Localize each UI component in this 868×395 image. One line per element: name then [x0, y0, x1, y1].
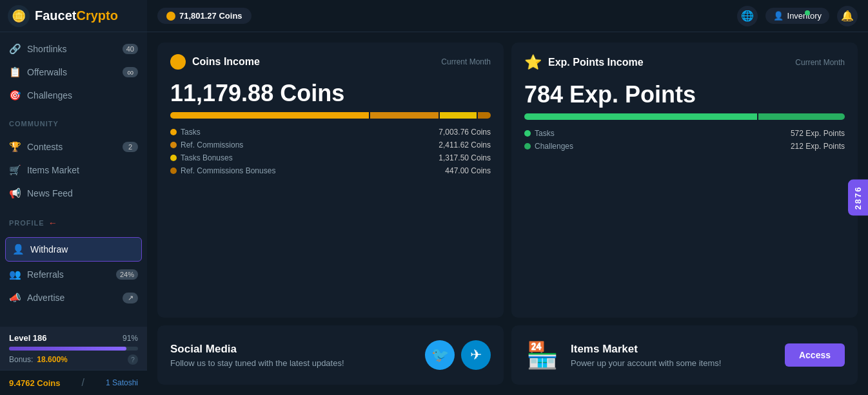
bar-segment-tasks-bonuses [440, 112, 477, 119]
exp-tasks-value: 572 Exp. Points [791, 129, 845, 138]
income-item-ref-bonuses: Ref. Commissions Bonuses [170, 166, 331, 175]
market-description: Power up your account with some items! [571, 358, 721, 368]
arrow-icon: ← [48, 218, 58, 228]
contests-icon: 🏆 [9, 141, 21, 153]
coins-separator: / [82, 377, 84, 389]
telegram-icon: ✈ [470, 347, 482, 363]
items-market-card: 🏪 Items Market Power up your account wit… [511, 325, 858, 385]
coins-income-bars [170, 112, 491, 119]
income-item-ref-commissions: Ref. Commissions [170, 140, 331, 149]
sidebar-item-advertise[interactable]: 📣 Advertise ↗ [0, 286, 147, 309]
profile-section-label: PROFILE ← [0, 210, 147, 231]
shortlinks-badge: 40 [123, 44, 138, 54]
chat-bubble-text: 2876 [853, 186, 863, 209]
sidebar-item-label: News Feed [27, 188, 138, 198]
advertise-badge: ↗ [123, 293, 138, 303]
coins-income-card: Coins Income Current Month 11,179.88 Coi… [157, 43, 504, 318]
access-button[interactable]: Access [785, 343, 845, 367]
advertise-icon: 📣 [9, 292, 21, 303]
sidebar: 🪙 FaucetCrypto 🔗 Shortlinks 40 📋 Offerwa… [0, 0, 147, 395]
contests-badge: 2 [123, 142, 138, 152]
bonus-value: 18.600% [37, 355, 67, 364]
sidebar-item-label: Contests [27, 142, 116, 152]
shortlinks-icon: 🔗 [9, 43, 21, 55]
sidebar-item-shortlinks[interactable]: 🔗 Shortlinks 40 [0, 37, 147, 61]
sidebar-item-label: Shortlinks [27, 44, 116, 54]
inventory-button[interactable]: 👤 Inventory [765, 8, 829, 24]
social-media-card: Social Media Follow us to stay tuned wit… [157, 325, 504, 385]
coin-balance[interactable]: 71,801.27 Coins [157, 8, 252, 24]
exp-challenges-label: Challenges [535, 142, 573, 151]
telegram-button[interactable]: ✈ [461, 340, 491, 370]
exp-income-bars [524, 113, 845, 120]
exp-challenges-value: 212 Exp. Points [791, 142, 845, 151]
social-media-description: Follow us to stay tuned with the latest … [170, 358, 344, 368]
content-grid: Coins Income Current Month 11,179.88 Coi… [147, 32, 868, 395]
social-icons: 🐦 ✈ [425, 340, 491, 370]
level-progress-fill [9, 347, 126, 351]
sidebar-item-label: Referrals [27, 269, 110, 280]
twitter-icon: 🐦 [431, 347, 449, 363]
market-title: Items Market [571, 343, 721, 356]
sidebar-item-contests[interactable]: 🏆 Contests 2 [0, 135, 147, 159]
exp-income-period: Current Month [795, 58, 845, 67]
logo[interactable]: 🪙 FaucetCrypto [0, 0, 147, 32]
profile-nav: 👤 Withdraw 👥 Referrals 24% 📣 Advertise ↗ [0, 231, 147, 314]
topbar-left: 71,801.27 Coins [157, 8, 252, 24]
referrals-icon: 👥 [9, 269, 21, 280]
sidebar-item-referrals[interactable]: 👥 Referrals 24% [0, 263, 147, 286]
exp-income-header: ⭐ Exp. Points Income Current Month [524, 54, 845, 71]
coins-bottom: 9.4762 Coins / 1 Satoshi [0, 370, 147, 395]
chat-bubble[interactable]: 2876 [848, 179, 868, 216]
inventory-icon: 👤 [773, 11, 784, 21]
community-nav: 🏆 Contests 2 🛒 Items Market 📢 News Feed [0, 130, 147, 210]
exp-challenges-dot [524, 143, 531, 149]
sidebar-item-label: Withdraw [30, 244, 135, 255]
ref-bonuses-value: 447.00 Coins [445, 166, 491, 175]
logo-icon: 🪙 [8, 5, 30, 27]
bar-segment-exp-challenges [758, 113, 845, 120]
sidebar-item-items-market[interactable]: 🛒 Items Market [0, 159, 147, 182]
coins-amount: 9.4762 Coins [9, 378, 61, 388]
items-market-icon: 🛒 [9, 164, 21, 176]
sidebar-item-challenges[interactable]: 🎯 Challenges [0, 84, 147, 107]
globe-icon-btn[interactable]: 🌐 [737, 6, 758, 26]
ref-commissions-value: 2,411.62 Coins [439, 140, 491, 149]
referrals-badge: 24% [116, 269, 138, 280]
bar-segment-tasks [170, 112, 369, 119]
sidebar-item-label: Offerwalls [27, 67, 116, 77]
offerwalls-icon: 📋 [9, 66, 21, 78]
exp-income-amount: 784 Exp. Points [524, 81, 845, 108]
level-row: Level 186 91% [9, 333, 138, 343]
sidebar-item-news-feed[interactable]: 📢 News Feed [0, 182, 147, 205]
exp-tasks-label: Tasks [535, 129, 555, 138]
exp-income-card: ⭐ Exp. Points Income Current Month 784 E… [511, 43, 858, 318]
offerwalls-badge: ∞ [123, 67, 138, 77]
coins-income-title: Coins Income [192, 56, 260, 68]
topbar: 71,801.27 Coins 🌐 👤 Inventory 🔔 [147, 0, 868, 32]
twitter-button[interactable]: 🐦 [425, 340, 455, 370]
main-content: 71,801.27 Coins 🌐 👤 Inventory 🔔 Coins In… [147, 0, 868, 395]
coins-income-items: Tasks 7,003.76 Coins Ref. Commissions 2,… [170, 128, 491, 175]
coins-income-header: Coins Income Current Month [170, 54, 491, 70]
bonus-info-icon[interactable]: ? [128, 354, 138, 365]
ref-commissions-label: Ref. Commissions [181, 140, 243, 149]
ref-bonuses-dot [170, 168, 177, 174]
exp-income-title: Exp. Points Income [548, 57, 644, 68]
withdraw-icon: 👤 [12, 244, 24, 255]
topbar-right: 🌐 👤 Inventory 🔔 [737, 6, 858, 26]
challenges-icon: 🎯 [9, 90, 21, 101]
bell-icon-btn[interactable]: 🔔 [837, 6, 858, 26]
bar-segment-exp-tasks [524, 113, 757, 120]
level-box: Level 186 91% Bonus: 18.600% ? [0, 327, 147, 370]
main-nav: 🔗 Shortlinks 40 📋 Offerwalls ∞ 🎯 Challen… [0, 32, 147, 112]
sidebar-item-withdraw[interactable]: 👤 Withdraw [5, 237, 142, 262]
sidebar-item-label: Items Market [27, 165, 138, 175]
coins-income-amount: 11,179.88 Coins [170, 80, 491, 107]
exp-income-items: Tasks 572 Exp. Points Challenges 212 Exp… [524, 129, 845, 151]
market-image: 🏪 [524, 337, 560, 373]
sidebar-item-offerwalls[interactable]: 📋 Offerwalls ∞ [0, 61, 147, 84]
market-text: Items Market Power up your account with … [571, 343, 721, 368]
tasks-bonuses-value: 1,317.50 Coins [439, 153, 491, 162]
news-feed-icon: 📢 [9, 188, 21, 199]
